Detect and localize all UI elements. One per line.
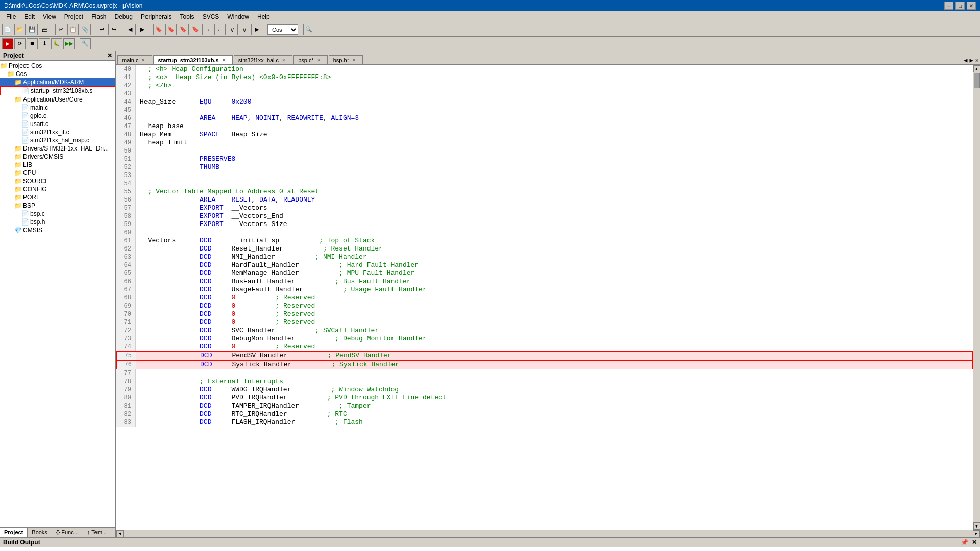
undo-button[interactable]: ↩	[96, 24, 107, 35]
copy-button[interactable]: 📋	[67, 24, 79, 35]
code-line-55[interactable]: 55 ; Vector Table Mapped to Address 0 at…	[116, 188, 973, 196]
menu-item-tools[interactable]: Tools	[176, 12, 199, 21]
code-line-61[interactable]: 61__Vectors DCD __initial_sp ; Top of St…	[116, 237, 973, 245]
close-output-button[interactable]: ✕	[972, 539, 977, 546]
tree-item-20[interactable]: 💎CMSIS	[0, 226, 115, 234]
menu-item-flash[interactable]: Flash	[87, 12, 110, 21]
code-line-53[interactable]: 53	[116, 171, 973, 180]
tree-item-9[interactable]: 📄stm32f1xx_hal_msp.c	[0, 136, 115, 144]
code-line-67[interactable]: 67 DCD UsageFault_Handler ; Usage Fault …	[116, 286, 973, 294]
code-line-42[interactable]: 42 ; </h>	[116, 82, 973, 90]
scroll-up-arrow[interactable]: ▲	[973, 65, 981, 72]
maximize-button[interactable]: □	[955, 2, 965, 10]
scroll-down-arrow[interactable]: ▼	[973, 522, 981, 530]
menu-item-svcs[interactable]: SVCS	[199, 12, 224, 21]
code-line-73[interactable]: 73 DCD DebugMon_Handler ; Debug Monitor …	[116, 335, 973, 343]
menu-item-project[interactable]: Project	[60, 12, 87, 21]
code-line-43[interactable]: 43	[116, 90, 973, 98]
panel-tab-2[interactable]: {} Func...	[52, 528, 83, 537]
code-line-48[interactable]: 48Heap_Mem SPACE Heap_Size	[116, 131, 973, 139]
tab-scroll-left[interactable]: ◀	[964, 57, 967, 64]
code-line-46[interactable]: 46 AREA HEAP, NOINIT, READWRITE, ALIGN=3	[116, 114, 973, 122]
code-line-56[interactable]: 56 AREA RESET, DATA, READONLY	[116, 196, 973, 204]
menu-item-peripherals[interactable]: Peripherals	[137, 12, 176, 21]
tab-close-icon[interactable]: ✕	[317, 58, 321, 63]
close-button[interactable]: ✕	[967, 2, 976, 10]
tree-item-10[interactable]: 📁Drivers/STM32F1xx_HAL_Dri...	[0, 144, 115, 153]
scroll-track[interactable]	[973, 72, 981, 522]
h-scroll-track[interactable]	[124, 531, 973, 537]
code-line-64[interactable]: 64 DCD HardFault_Handler ; Hard Fault Ha…	[116, 261, 973, 269]
run-button[interactable]: ▶▶	[63, 38, 75, 49]
paste-button[interactable]: 📎	[80, 24, 91, 35]
code-line-44[interactable]: 44Heap_Size EQU 0x200	[116, 98, 973, 106]
panel-tab-0[interactable]: Project	[0, 528, 28, 537]
tab-startup-stm32f103xb-s[interactable]: startup_stm32f103xb.s✕	[153, 55, 232, 64]
tree-item-14[interactable]: 📁SOURCE	[0, 177, 115, 185]
code-line-77[interactable]: 77	[116, 369, 973, 378]
code-line-70[interactable]: 70 DCD 0 ; Reserved	[116, 310, 973, 318]
code-line-52[interactable]: 52 THUMB	[116, 163, 973, 171]
nav-back-button[interactable]: ◀	[125, 24, 136, 35]
scroll-thumb[interactable]	[974, 73, 980, 88]
code-content[interactable]: 40 ; <h> Heap Configuration41 ; <o> Heap…	[116, 65, 973, 530]
code-line-41[interactable]: 41 ; <o> Heap Size (in Bytes) <0x0-0xFFF…	[116, 73, 973, 82]
tree-item-19[interactable]: 📄bsp.h	[0, 218, 115, 226]
panel-tab-3[interactable]: ↕ Tem...	[83, 528, 111, 537]
code-line-51[interactable]: 51 PRESERVE8	[116, 155, 973, 163]
scroll-left-arrow[interactable]: ◀	[116, 530, 124, 537]
redo-button[interactable]: ↪	[108, 24, 119, 35]
code-line-50[interactable]: 50	[116, 147, 973, 155]
debug-button[interactable]: 🐛	[51, 38, 62, 49]
cut-button[interactable]: ✂	[55, 24, 66, 35]
tab-main-c[interactable]: main.c✕	[117, 55, 152, 64]
code-line-59[interactable]: 59 EXPORT __Vectors_Size	[116, 220, 973, 229]
menu-item-file[interactable]: File	[2, 12, 20, 21]
tree-item-18[interactable]: 📄bsp.c	[0, 210, 115, 218]
bookmark3-button[interactable]: 🔖	[178, 24, 189, 35]
save-button[interactable]: 💾	[27, 24, 38, 35]
target-dropdown[interactable]: Cos	[267, 24, 298, 35]
bookmark4-button[interactable]: 🔖	[190, 24, 201, 35]
run-to-cursor[interactable]: ▶	[251, 24, 262, 35]
tree-item-15[interactable]: 📁CONFIG	[0, 185, 115, 193]
tree-item-6[interactable]: 📄gpio.c	[0, 112, 115, 120]
download-button[interactable]: ⬇	[39, 38, 50, 49]
indent-button[interactable]: →	[202, 24, 213, 35]
code-line-72[interactable]: 72 DCD SVC_Handler ; SVCall Handler	[116, 327, 973, 335]
tree-item-5[interactable]: 📄main.c	[0, 104, 115, 112]
tree-item-3[interactable]: 📄startup_stm32f103xb.s	[0, 86, 115, 95]
tree-item-13[interactable]: 📁CPU	[0, 169, 115, 177]
code-line-40[interactable]: 40 ; <h> Heap Configuration	[116, 65, 973, 73]
panel-tab-1[interactable]: Books	[28, 528, 52, 537]
code-line-45[interactable]: 45	[116, 106, 973, 114]
code-line-83[interactable]: 83 DCD FLASH_IRQHandler ; Flash	[116, 418, 973, 427]
os-select[interactable]: 🔧	[80, 38, 91, 49]
tree-item-0[interactable]: 📁Project: Cos	[0, 62, 115, 70]
tab-scroll-right[interactable]: ▶	[970, 57, 973, 64]
tab-bsp-c-[interactable]: bsp.c*✕	[293, 55, 328, 64]
tree-item-17[interactable]: 📁BSP	[0, 202, 115, 210]
comment-button[interactable]: //	[227, 24, 238, 35]
menu-item-edit[interactable]: Edit	[20, 12, 39, 21]
new-file-button[interactable]: 📄	[2, 24, 13, 35]
menu-item-window[interactable]: Window	[223, 12, 253, 21]
tab-list[interactable]: ✕	[975, 57, 979, 64]
code-line-62[interactable]: 62 DCD Reset_Handler ; Reset Handler	[116, 245, 973, 253]
stop-button[interactable]: ⏹	[27, 38, 38, 49]
project-panel-close[interactable]: ✕	[107, 52, 112, 59]
code-line-80[interactable]: 80 DCD PVD_IRQHandler ; PVD through EXTI…	[116, 394, 973, 402]
minimize-button[interactable]: ─	[944, 2, 953, 10]
code-line-63[interactable]: 63 DCD NMI_Handler ; NMI Handler	[116, 253, 973, 261]
code-line-65[interactable]: 65 DCD MemManage_Handler ; MPU Fault Han…	[116, 269, 973, 278]
search-button[interactable]: 🔍	[303, 24, 314, 35]
open-button[interactable]: 📂	[14, 24, 26, 35]
tree-item-11[interactable]: 📁Drivers/CMSIS	[0, 153, 115, 161]
tree-item-4[interactable]: 📁Application/User/Core	[0, 95, 115, 104]
code-line-74[interactable]: 74 DCD 0 ; Reserved	[116, 343, 973, 351]
menu-item-help[interactable]: Help	[253, 12, 274, 21]
code-line-71[interactable]: 71 DCD 0 ; Reserved	[116, 318, 973, 327]
code-line-66[interactable]: 66 DCD BusFault_Handler ; Bus Fault Hand…	[116, 278, 973, 286]
code-line-82[interactable]: 82 DCD RTC_IRQHandler ; RTC	[116, 410, 973, 418]
build-output-content[interactable]	[0, 547, 980, 551]
